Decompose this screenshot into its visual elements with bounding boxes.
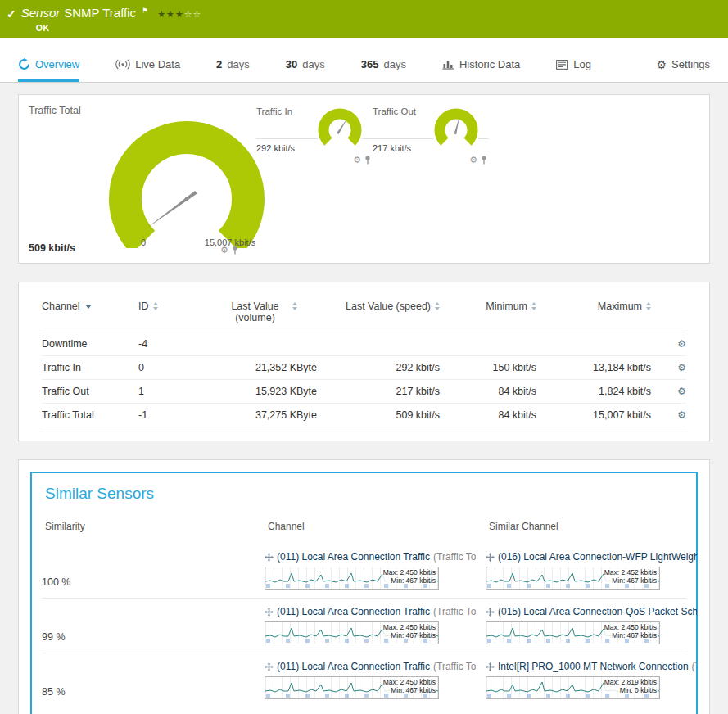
channel-mini-graph[interactable]: Max: 2,450 kbit/sMin: 467 kbit/s (265, 621, 439, 644)
channel-name: Traffic Total (42, 409, 138, 421)
graph-max-label: Max: 2,450 kbit/s (382, 678, 436, 686)
log-icon (556, 60, 568, 70)
traffic-in-label: Traffic In (256, 106, 292, 116)
traffic-in-gauge-block: Traffic In 292 kbit/s ⚙ (256, 102, 373, 170)
channel-id: 0 (138, 362, 202, 373)
traffic-out-value: 217 kbit/s (373, 143, 411, 153)
similar-channel-link[interactable]: (015) Local Area Connection-QoS Packet S… (498, 606, 697, 617)
column-header-last-speed[interactable]: Last Value (speed) (317, 301, 440, 312)
tab-2-days[interactable]: 2 days (216, 49, 250, 82)
channel-name: Downtime (42, 338, 138, 350)
similar-channel-link[interactable]: Intel[R] PRO_1000 MT Network Connection (498, 661, 689, 672)
sort-icon (153, 302, 158, 310)
tab-live-data[interactable]: Live Data (115, 49, 180, 82)
gauge-out-actions: ⚙ (469, 156, 487, 165)
status-badge: OK (36, 23, 202, 33)
channel-link[interactable]: (011) Local Area Connection Traffic (277, 661, 430, 672)
sensor-header: ✓ Sensor SNMP Traffic ⚑ ★★★☆☆ OK (0, 0, 728, 38)
priority-stars-filled: ★★★ (157, 9, 184, 19)
channel-mini-graph[interactable]: Max: 2,450 kbit/sMin: 467 kbit/s (265, 676, 439, 699)
channel-settings-icon[interactable]: ⚙ (677, 386, 686, 397)
column-header-last-volume-label: Last Value (volume) (223, 301, 288, 323)
tab-365-days-label: days (383, 58, 405, 70)
tab-30-days-number: 30 (286, 58, 297, 70)
similar-sensors-panel: Similar Sensors Similarity Channel Simil… (18, 459, 710, 714)
channel-maximum: 15,007 kbit/s (536, 409, 651, 421)
traffic-total-label: Traffic Total (29, 105, 81, 116)
graph-axis (487, 694, 658, 698)
tab-log[interactable]: Log (556, 49, 591, 82)
column-header-minimum[interactable]: Minimum (440, 301, 536, 312)
graph-max-label: Max: 2,819 kbit/s (604, 678, 658, 686)
priority-stars[interactable]: ★★★☆☆ (157, 9, 201, 20)
channel-link[interactable]: (011) Local Area Connection Traffic (277, 551, 430, 563)
channel-settings-icon[interactable]: ⚙ (677, 409, 686, 421)
column-header-last-speed-label: Last Value (speed) (346, 301, 431, 312)
channel-table-header: Channel ID Last Value (volume) Last Valu… (42, 301, 686, 332)
graph-axis (266, 694, 437, 698)
tab-log-label: Log (573, 58, 591, 70)
priority-stars-empty: ☆☆ (184, 9, 202, 19)
channel-minimum: 150 kbit/s (440, 362, 536, 373)
similar-row: 85 % (011) Local Area Connection Traffic… (42, 653, 686, 707)
similar-row: 100 % (011) Local Area Connection Traffi… (42, 544, 686, 598)
tab-overview[interactable]: Overview (18, 49, 79, 82)
channel-minimum: 84 kbit/s (440, 409, 536, 421)
tab-historic-data[interactable]: Historic Data (442, 49, 520, 82)
channel-speed: 292 kbit/s (317, 362, 440, 373)
graph-max-label: Max: 2,450 kbit/s (382, 568, 436, 576)
move-icon (265, 608, 274, 617)
channel-id: -4 (138, 338, 202, 350)
similarity-value: 100 % (42, 550, 265, 590)
traffic-out-label: Traffic Out (373, 106, 416, 116)
channel-id: -1 (138, 409, 202, 421)
table-row: Downtime -4 ⚙ (42, 332, 686, 356)
similar-sensors-title: Similar Sensors (45, 485, 686, 503)
column-header-maximum[interactable]: Maximum (536, 301, 651, 312)
gauge-gear-icon[interactable]: ⚙ (220, 246, 228, 255)
column-header-id[interactable]: ID (138, 301, 202, 312)
column-header-channel: Channel (268, 521, 489, 532)
channel-settings-icon[interactable]: ⚙ (677, 362, 686, 373)
pin-icon[interactable] (364, 156, 371, 165)
pin-icon[interactable] (481, 156, 487, 165)
channel-speed: 217 kbit/s (317, 386, 440, 397)
channel-table: Channel ID Last Value (volume) Last Valu… (18, 282, 710, 441)
graph-max-label: Max: 2,450 kbit/s (604, 623, 658, 631)
similar-mini-graph[interactable]: Max: 2,450 kbit/sMin: 467 kbit/s (486, 621, 660, 644)
gauge-scale-min: 0 (141, 237, 146, 247)
tab-365-days[interactable]: 365 days (361, 49, 406, 82)
pin-icon[interactable] (232, 246, 238, 255)
status-check-icon: ✓ (7, 7, 16, 20)
channel-minimum: 84 kbit/s (440, 386, 536, 397)
tab-settings[interactable]: ⚙ Settings (656, 49, 710, 82)
similar-mini-graph[interactable]: Max: 2,452 kbit/sMin: 467 kbit/s (486, 567, 660, 590)
page-title: SNMP Traffic (64, 6, 136, 20)
graph-axis (487, 639, 658, 643)
column-header-last-volume[interactable]: Last Value (volume) (202, 301, 317, 323)
sort-active-icon (85, 305, 92, 309)
column-header-similar-channel: Similar Channel (489, 521, 683, 532)
sensor-type-label: Sensor (21, 6, 61, 20)
graph-axis (266, 584, 437, 588)
sort-icon (646, 302, 651, 310)
channel-link[interactable]: (011) Local Area Connection Traffic (277, 606, 430, 617)
channel-volume: 37,275 KByte (202, 409, 317, 421)
move-icon (486, 662, 495, 671)
gauge-gear-icon[interactable]: ⚙ (353, 156, 361, 165)
tab-365-days-number: 365 (361, 58, 379, 70)
move-icon (265, 553, 274, 562)
historic-data-icon (442, 59, 454, 70)
column-header-channel-label: Channel (42, 301, 80, 312)
tab-historic-data-label: Historic Data (459, 58, 520, 70)
similar-mini-graph[interactable]: Max: 2,819 kbit/sMin: 0 kbit/s (486, 676, 660, 699)
channel-settings-icon[interactable]: ⚙ (677, 338, 686, 350)
similar-channel-link[interactable]: (016) Local Area Connection-WFP LightWei… (498, 551, 697, 563)
column-header-channel[interactable]: Channel (42, 301, 138, 312)
flag-icon[interactable]: ⚑ (142, 7, 148, 15)
channel-mini-graph[interactable]: Max: 2,450 kbit/sMin: 467 kbit/s (265, 567, 439, 590)
tab-30-days[interactable]: 30 days (286, 49, 325, 82)
similarity-value: 99 % (42, 605, 265, 644)
channel-volume: 15,923 KByte (202, 386, 317, 397)
gauge-gear-icon[interactable]: ⚙ (469, 156, 477, 165)
